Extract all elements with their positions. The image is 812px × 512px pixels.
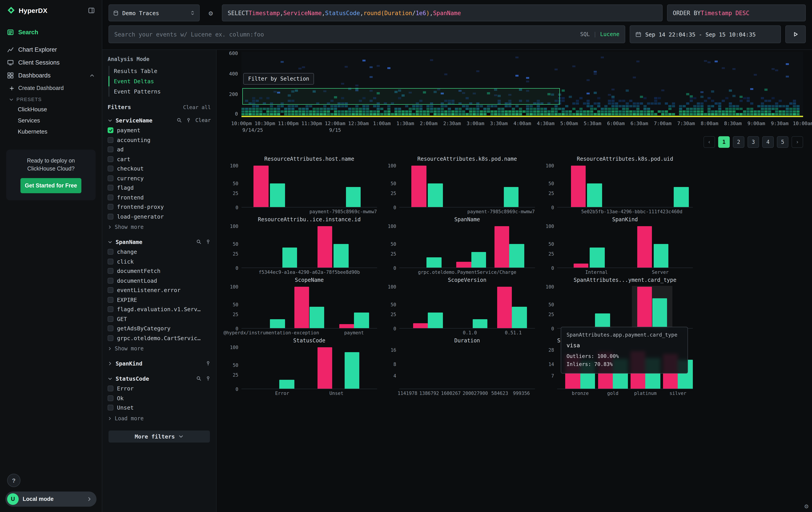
bar-inlier[interactable] xyxy=(270,319,285,328)
bar-inlier[interactable] xyxy=(280,380,294,389)
bar-outlier[interactable] xyxy=(494,226,509,268)
preset-item-clickhouse[interactable]: ClickHouse xyxy=(0,104,102,115)
chart-plot[interactable] xyxy=(557,226,693,268)
pagination-page-1[interactable]: 1 xyxy=(718,136,730,148)
search-button[interactable] xyxy=(177,117,182,123)
pin-button[interactable] xyxy=(205,360,211,366)
search-button[interactable] xyxy=(196,376,201,381)
filter-option-accounting[interactable]: accounting xyxy=(108,135,211,145)
checkbox[interactable] xyxy=(108,386,113,392)
chart-plot[interactable] xyxy=(557,166,693,208)
order-by[interactable]: ORDER BY Timestamp DESC xyxy=(667,4,806,21)
run-query-button[interactable] xyxy=(785,25,806,43)
filter-option-expire[interactable]: EXPIRE xyxy=(108,295,211,304)
bar-outlier[interactable] xyxy=(637,287,652,328)
preset-item-services[interactable]: Services xyxy=(0,115,102,126)
filter-option-currency[interactable]: currency xyxy=(108,173,211,183)
bar-inlier[interactable] xyxy=(652,298,667,328)
checkbox[interactable] xyxy=(108,326,113,331)
bar-inlier[interactable] xyxy=(334,244,349,268)
pagination-page-4[interactable]: 4 xyxy=(762,136,774,148)
checkbox[interactable] xyxy=(108,185,113,191)
show-more-link[interactable]: Show more xyxy=(108,222,211,232)
bar-inlier[interactable] xyxy=(587,183,602,207)
filter-option-ad[interactable]: ad xyxy=(108,145,211,154)
bar-outlier[interactable] xyxy=(318,226,332,268)
filter-group-header-statuscode[interactable]: StatusCode xyxy=(108,373,211,384)
filter-option-click[interactable]: click xyxy=(108,257,211,266)
bar-inlier[interactable] xyxy=(270,183,285,207)
checkbox[interactable] xyxy=(108,405,113,411)
checkbox[interactable] xyxy=(108,335,113,341)
filter-option-grpc-oteldemo-cartservic-[interactable]: grpc.oteldemo.CartServic… xyxy=(108,333,211,343)
get-started-button[interactable]: Get Started for Free xyxy=(21,178,82,193)
checkbox[interactable] xyxy=(108,306,113,312)
date-range-picker[interactable]: Sep 14 22:04:35 - Sep 15 10:04:35 xyxy=(630,25,781,43)
bar-inlier[interactable] xyxy=(471,252,486,268)
bar-outlier[interactable] xyxy=(456,262,471,268)
local-mode-button[interactable]: U Local mode xyxy=(5,491,96,507)
checkbox[interactable] xyxy=(108,287,113,293)
chart-plot[interactable] xyxy=(241,347,377,389)
bar-outlier[interactable] xyxy=(294,287,309,328)
preset-item-kubernetes[interactable]: Kubernetes xyxy=(0,126,102,137)
clear-all-button[interactable]: Clear all xyxy=(183,104,211,110)
bar-outlier[interactable] xyxy=(411,166,427,207)
chart-plot[interactable] xyxy=(399,226,535,268)
show-more-link[interactable]: Load more xyxy=(108,413,211,423)
filter-option-frontend[interactable]: frontend xyxy=(108,193,211,202)
filter-option-getadsbycategory[interactable]: getAdsByCategory xyxy=(108,324,211,333)
chart-plot[interactable] xyxy=(241,166,377,208)
chart-plot[interactable] xyxy=(399,166,535,208)
filter-option-documentload[interactable]: documentLoad xyxy=(108,276,211,286)
filter-option-documentfetch[interactable]: documentFetch xyxy=(108,266,211,276)
analysis-mode-event-deltas[interactable]: Event Deltas xyxy=(109,76,211,86)
analysis-mode-event-patterns[interactable]: Event Patterns xyxy=(109,86,211,97)
filter-option-ok[interactable]: Ok xyxy=(108,393,211,403)
chart-plot[interactable] xyxy=(399,287,535,329)
bar-inlier[interactable] xyxy=(512,306,527,328)
more-filters-button[interactable]: More filters xyxy=(109,430,210,442)
bar-inlier[interactable] xyxy=(509,244,524,268)
sidebar-item-chart-explorer[interactable]: Chart Explorer xyxy=(0,43,102,56)
filter-option-frontend-proxy[interactable]: frontend-proxy xyxy=(108,202,211,212)
checkbox[interactable] xyxy=(108,278,113,284)
filter-option-get[interactable]: GET xyxy=(108,314,211,324)
checkbox[interactable] xyxy=(108,316,113,322)
pin-button[interactable] xyxy=(205,239,211,244)
clear-filter-button[interactable]: Clear xyxy=(196,117,211,123)
checkbox[interactable] xyxy=(108,259,113,265)
pagination-prev[interactable]: ‹ xyxy=(703,136,715,148)
checkbox[interactable] xyxy=(108,128,113,133)
chart-plot[interactable] xyxy=(399,347,535,389)
search-input[interactable] xyxy=(114,31,577,37)
checkbox[interactable] xyxy=(108,194,113,200)
show-more-link[interactable]: Show more xyxy=(108,344,211,353)
checkbox[interactable] xyxy=(108,268,113,274)
bar-outlier[interactable] xyxy=(254,166,269,207)
sql-query[interactable]: SELECT Timestamp, ServiceName, StatusCod… xyxy=(222,4,663,21)
analysis-mode-results-table[interactable]: Results Table xyxy=(109,66,211,76)
settings-gear-corner[interactable]: ⚙ xyxy=(805,502,808,510)
filter-group-header-servicename[interactable]: ServiceNameClear xyxy=(108,115,211,126)
heatmap-plot[interactable]: Filter by Selection xyxy=(241,52,803,117)
chart-plot[interactable] xyxy=(241,287,377,329)
help-button[interactable]: ? xyxy=(7,474,21,487)
filter-option-load-generator[interactable]: load-generator xyxy=(108,212,211,221)
selection-rectangle[interactable] xyxy=(242,88,560,105)
sidebar-item-dashboards[interactable]: Dashboards xyxy=(0,69,102,82)
bar-inlier[interactable] xyxy=(309,306,324,328)
bar-inlier[interactable] xyxy=(472,319,487,328)
source-settings-button[interactable]: ⚙ xyxy=(204,4,218,21)
bar-outlier[interactable] xyxy=(413,323,428,328)
filter-option-flagd[interactable]: flagd xyxy=(108,183,211,193)
checkbox[interactable] xyxy=(108,395,113,401)
bar-inlier[interactable] xyxy=(427,257,441,268)
bar-inlier[interactable] xyxy=(345,352,359,389)
bar-inlier[interactable] xyxy=(346,187,361,207)
filter-option-cart[interactable]: cart xyxy=(108,154,211,164)
create-dashboard-button[interactable]: Create Dashboard xyxy=(0,82,102,93)
bar-inlier[interactable] xyxy=(428,312,443,328)
bar-outlier[interactable] xyxy=(339,324,354,328)
sidebar-item-client-sessions[interactable]: Client Sessions xyxy=(0,56,102,69)
